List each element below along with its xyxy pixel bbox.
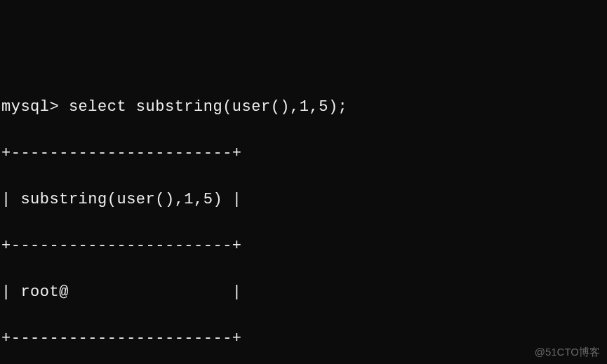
prompt-line-1[interactable]: mysql> select substring(user(),1,5); bbox=[1, 95, 606, 119]
table-row-1: | root@ | bbox=[1, 281, 606, 304]
mysql-prompt: mysql> bbox=[1, 98, 59, 116]
table-border-bottom-1: +-----------------------+ bbox=[1, 327, 606, 350]
table-border-mid-1: +-----------------------+ bbox=[1, 234, 606, 257]
table-header-1: | substring(user(),1,5) | bbox=[1, 188, 606, 211]
watermark: @51CTO博客 bbox=[535, 344, 600, 360]
table-border-top-1: +-----------------------+ bbox=[1, 142, 606, 165]
sql-command-1: select substring(user(),1,5); bbox=[69, 98, 347, 116]
